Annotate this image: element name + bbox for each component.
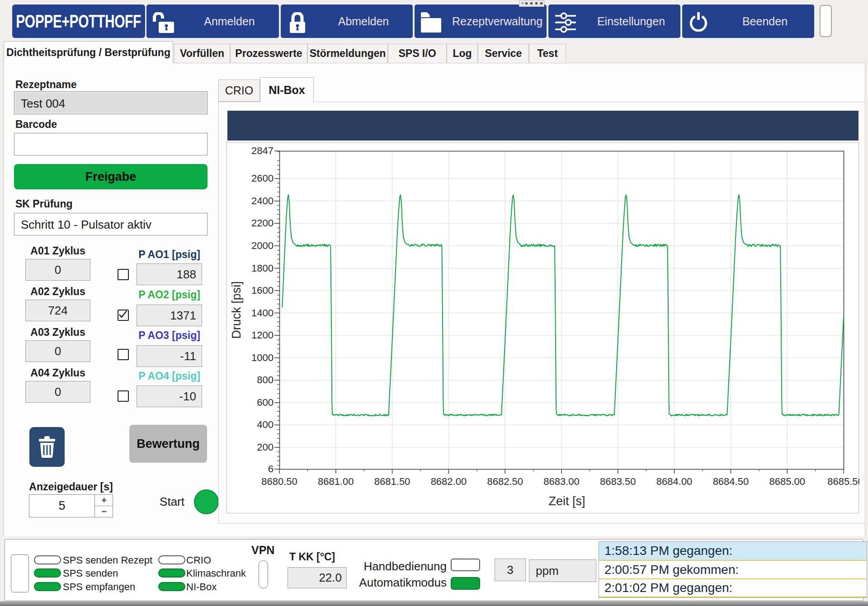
- svg-text:Druck [psi]: Druck [psi]: [230, 281, 243, 339]
- svg-text:8681.50: 8681.50: [374, 476, 410, 487]
- svg-text:400: 400: [257, 419, 274, 430]
- svg-text:1800: 1800: [251, 263, 274, 274]
- svg-text:1600: 1600: [251, 285, 274, 296]
- svg-text:2400: 2400: [251, 195, 274, 207]
- svg-text:2600: 2600: [251, 173, 274, 184]
- svg-text:8682.00: 8682.00: [431, 476, 467, 487]
- svg-text:1200: 1200: [251, 329, 274, 341]
- svg-text:8680.50: 8680.50: [261, 476, 297, 487]
- svg-text:8682.50: 8682.50: [487, 476, 523, 487]
- svg-text:8684.00: 8684.00: [656, 476, 693, 487]
- svg-text:2847: 2847: [251, 145, 274, 156]
- svg-text:6: 6: [268, 463, 274, 474]
- svg-text:800: 800: [257, 374, 274, 385]
- svg-text:2200: 2200: [251, 217, 274, 229]
- svg-text:200: 200: [257, 442, 274, 453]
- svg-text:8683.50: 8683.50: [600, 476, 636, 487]
- svg-text:1000: 1000: [251, 352, 274, 363]
- svg-text:8683.00: 8683.00: [543, 476, 580, 487]
- svg-text:1400: 1400: [251, 307, 274, 319]
- svg-text:8685.50: 8685.50: [827, 476, 859, 487]
- svg-text:8684.50: 8684.50: [713, 476, 749, 487]
- svg-text:8681.00: 8681.00: [318, 476, 354, 487]
- svg-text:8685.00: 8685.00: [769, 476, 805, 487]
- svg-text:600: 600: [257, 397, 274, 408]
- svg-text:Zeit [s]: Zeit [s]: [548, 494, 585, 508]
- svg-text:2000: 2000: [251, 240, 274, 251]
